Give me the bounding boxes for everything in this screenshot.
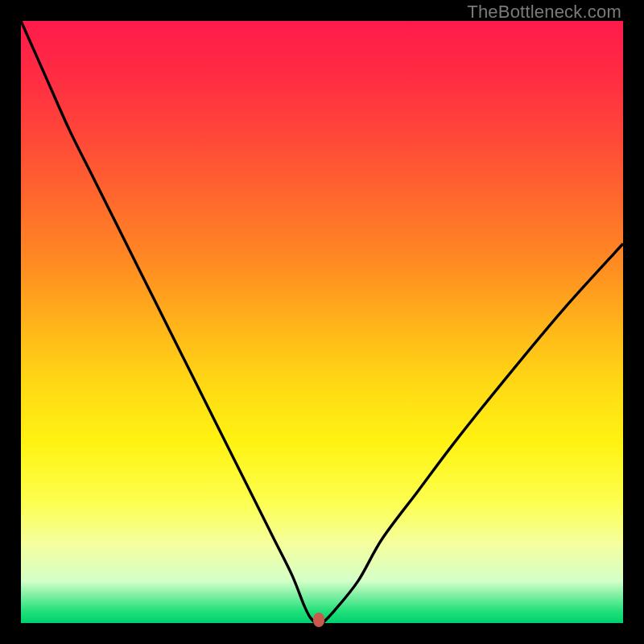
optimum-marker [313, 613, 324, 627]
chart-frame: TheBottleneck.com [0, 0, 644, 644]
curve-path [21, 21, 623, 623]
plot-area [21, 21, 623, 623]
bottleneck-curve [21, 21, 623, 623]
watermark-text: TheBottleneck.com [467, 2, 621, 23]
